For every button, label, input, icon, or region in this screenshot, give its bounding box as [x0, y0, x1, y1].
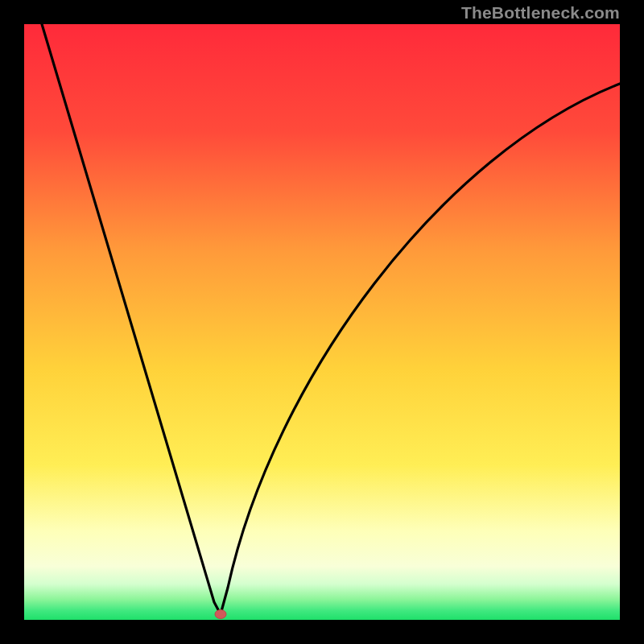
- plot-area: [24, 24, 620, 620]
- min-point-marker: [215, 610, 226, 619]
- curve-right-branch: [221, 84, 620, 614]
- chart-frame: TheBottleneck.com: [0, 0, 644, 644]
- curve-left-branch: [42, 24, 221, 614]
- watermark-text: TheBottleneck.com: [461, 3, 620, 23]
- bottleneck-curve: [24, 24, 620, 620]
